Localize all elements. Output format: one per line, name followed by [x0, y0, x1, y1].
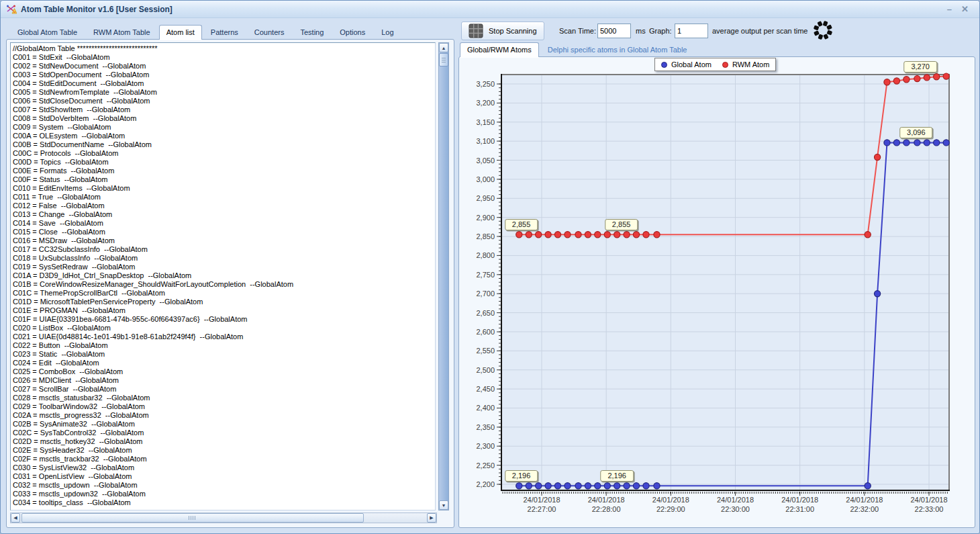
titlebar: Atom Table Monitor v1.6 [User Session] –… — [1, 1, 979, 18]
value-label: 2,855 — [505, 219, 538, 230]
minimize-button[interactable]: – — [947, 5, 952, 13]
left-tab-bar: Global Atom TableRWM Atom TableAtom list… — [10, 24, 401, 40]
avg-output-label: average output per scan time — [712, 26, 807, 36]
tab-log[interactable]: Log — [374, 25, 401, 40]
svg-text:24/01/2018: 24/01/2018 — [523, 496, 560, 504]
tab-delphi-specific-atoms-in-global-atom-table[interactable]: Delphi specific atoms in Global Atom Tab… — [540, 42, 695, 57]
value-label: 3,270 — [903, 61, 937, 73]
busy-spinner-icon — [812, 19, 834, 44]
svg-text:2,550: 2,550 — [476, 347, 495, 355]
horizontal-scroll-thumb[interactable] — [21, 513, 364, 523]
svg-text:2,600: 2,600 — [476, 328, 495, 336]
svg-text:2,650: 2,650 — [476, 309, 495, 317]
svg-text:3,200: 3,200 — [476, 99, 495, 107]
scroll-down-button[interactable]: ▼ — [439, 500, 448, 510]
svg-text:22:29:00: 22:29:00 — [656, 505, 685, 513]
atom-listbox[interactable]: //GlobalAtom Table *********************… — [10, 42, 436, 510]
svg-text:3,250: 3,250 — [476, 80, 495, 88]
svg-text:22:27:00: 22:27:00 — [528, 505, 556, 513]
svg-text:3,100: 3,100 — [476, 137, 495, 145]
tab-options[interactable]: Options — [332, 25, 373, 40]
vertical-scrollbar[interactable]: ▲ ▼ — [438, 42, 449, 510]
atom-list-text: //GlobalAtom Table *********************… — [11, 43, 435, 507]
scroll-right-button[interactable]: ▶ — [427, 513, 436, 523]
svg-text:22:32:00: 22:32:00 — [850, 505, 879, 513]
scroll-up-button[interactable]: ▲ — [439, 43, 448, 52]
svg-text:2,500: 2,500 — [476, 366, 495, 374]
legend-marker-icon — [722, 62, 728, 68]
tab-global-atom-table[interactable]: Global Atom Table — [10, 25, 85, 40]
y-axis-labels: 2,2002,2502,3002,3502,4002,4502,5002,550… — [476, 80, 495, 488]
tab-testing[interactable]: Testing — [293, 25, 331, 40]
legend-item-global-atom: Global Atom — [661, 60, 712, 69]
svg-text:2,200: 2,200 — [476, 480, 495, 488]
legend-label: Global Atom — [671, 60, 712, 69]
svg-text:24/01/2018: 24/01/2018 — [588, 496, 625, 504]
ms-label: ms — [636, 26, 646, 36]
stop-scanning-label: Stop Scanning — [489, 27, 537, 35]
svg-text:24/01/2018: 24/01/2018 — [652, 496, 689, 504]
tab-rwm-atom-table[interactable]: RWM Atom Table — [86, 25, 158, 40]
graph-input[interactable] — [675, 24, 708, 38]
stop-scanning-button[interactable]: Stop Scanning — [461, 21, 544, 40]
chart-legend: Global AtomRWM Atom — [654, 58, 776, 71]
x-axis-labels: 24/01/201822:27:0024/01/201822:28:0024/0… — [523, 496, 947, 513]
tab-counters[interactable]: Counters — [247, 25, 292, 40]
svg-text:3,150: 3,150 — [476, 118, 495, 126]
svg-text:24/01/2018: 24/01/2018 — [781, 496, 818, 504]
tab-patterns[interactable]: Patterns — [203, 25, 246, 40]
horizontal-scrollbar[interactable]: ◀ ▶ — [10, 513, 437, 523]
svg-text:2,250: 2,250 — [476, 461, 495, 470]
vertical-scroll-thumb[interactable] — [439, 53, 448, 66]
chart-pane: 2,2002,2502,3002,3502,4002,4502,5002,550… — [458, 56, 975, 528]
legend-label: RWM Atom — [732, 60, 769, 69]
svg-text:2,350: 2,350 — [476, 423, 495, 431]
app-icon — [6, 4, 17, 15]
scroll-left-button[interactable]: ◀ — [11, 513, 20, 523]
svg-text:2,450: 2,450 — [476, 385, 495, 393]
value-label: 2,196 — [505, 470, 538, 482]
plot-area — [501, 75, 949, 490]
svg-text:22:31:00: 22:31:00 — [785, 505, 814, 513]
svg-text:3,000: 3,000 — [476, 175, 495, 183]
app-window: Atom Table Monitor v1.6 [User Session] –… — [0, 0, 980, 534]
thumb-grip — [189, 516, 197, 520]
graph-label: Graph: — [649, 26, 672, 36]
svg-text:2,800: 2,800 — [476, 251, 495, 259]
value-label: 2,196 — [600, 470, 634, 482]
value-label: 3,096 — [899, 127, 933, 138]
right-tab-bar: Global/RWM AtomsDelphi specific atoms in… — [460, 42, 694, 57]
legend-item-rwm-atom: RWM Atom — [722, 60, 769, 69]
svg-text:2,900: 2,900 — [476, 214, 495, 222]
legend-marker-icon — [661, 62, 667, 68]
window-title: Atom Table Monitor v1.6 [User Session] — [21, 5, 173, 14]
svg-text:2,950: 2,950 — [476, 194, 495, 202]
svg-text:24/01/2018: 24/01/2018 — [910, 496, 947, 504]
tab-global-rwm-atoms[interactable]: Global/RWM Atoms — [460, 42, 539, 57]
scan-time-label: Scan Time: — [559, 26, 596, 36]
tab-atom-list[interactable]: Atom list — [159, 25, 202, 40]
svg-text:2,750: 2,750 — [476, 271, 495, 279]
svg-text:2,700: 2,700 — [476, 290, 495, 298]
svg-text:24/01/2018: 24/01/2018 — [846, 496, 883, 504]
grid-icon — [469, 24, 483, 38]
svg-text:22:33:00: 22:33:00 — [915, 505, 944, 513]
svg-text:3,050: 3,050 — [476, 157, 495, 165]
svg-text:2,300: 2,300 — [476, 442, 495, 450]
svg-text:2,850: 2,850 — [476, 232, 495, 240]
svg-text:24/01/2018: 24/01/2018 — [717, 496, 754, 504]
chart-plot: 2,2002,2502,3002,3502,4002,4502,5002,550… — [459, 57, 975, 528]
value-label: 2,855 — [605, 219, 638, 230]
scan-time-input[interactable] — [597, 24, 631, 38]
thumb-grip — [442, 58, 446, 63]
svg-text:2,400: 2,400 — [476, 404, 495, 412]
close-button[interactable]: ✕ — [961, 5, 969, 13]
svg-text:22:28:00: 22:28:00 — [592, 505, 621, 513]
svg-text:22:30:00: 22:30:00 — [721, 505, 750, 513]
